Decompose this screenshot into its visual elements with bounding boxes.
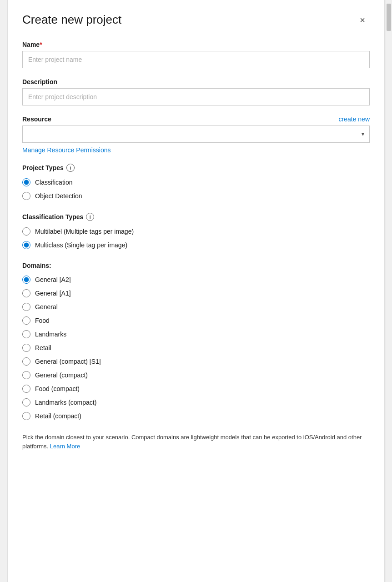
project-types-radio-group: Classification Object Detection — [22, 178, 370, 200]
description-label: Description — [22, 78, 370, 85]
domain-food-compact-label: Food (compact) — [35, 385, 80, 392]
scrollbar[interactable] — [386, 0, 392, 582]
domain-general-compact-radio[interactable] — [22, 371, 30, 379]
dialog-title: Create new project — [22, 13, 121, 27]
create-project-dialog: Create new project × Name* Description R… — [7, 0, 385, 582]
multiclass-label: Multiclass (Single tag per image) — [35, 241, 127, 249]
manage-permissions-link[interactable]: Manage Resource Permissions — [22, 146, 370, 154]
domain-general-a2-radio[interactable] — [22, 276, 30, 284]
domain-general-compact-s1-label: General (compact) [S1] — [35, 358, 101, 365]
scrollbar-thumb[interactable] — [387, 4, 391, 31]
classification-types-title: Classification Types i — [22, 213, 370, 221]
domain-landmarks-compact-label: Landmarks (compact) — [35, 399, 96, 406]
domain-general-a1-label: General [A1] — [35, 290, 71, 297]
domain-general-a1[interactable]: General [A1] — [22, 289, 370, 297]
domain-general-compact-label: General (compact) — [35, 371, 88, 379]
project-types-section: Project Types i Classification Object De… — [22, 164, 370, 200]
name-input[interactable] — [22, 51, 370, 68]
footer-text: Pick the domain closest to your scenario… — [22, 433, 370, 451]
domains-radio-group: General [A2] General [A1] General Food L… — [22, 276, 370, 420]
multiclass-option[interactable]: Multiclass (Single tag per image) — [22, 241, 370, 249]
project-types-info-icon: i — [66, 164, 75, 172]
domain-general-compact[interactable]: General (compact) — [22, 371, 370, 379]
domain-retail-label: Retail — [35, 344, 51, 351]
project-types-title: Project Types i — [22, 164, 370, 172]
domain-retail-compact-label: Retail (compact) — [35, 412, 81, 420]
classification-label: Classification — [35, 179, 72, 186]
name-form-group: Name* — [22, 41, 370, 68]
domain-retail-compact[interactable]: Retail (compact) — [22, 412, 370, 420]
multilabel-label: Multilabel (Multiple tags per image) — [35, 228, 134, 235]
domain-landmarks-radio[interactable] — [22, 330, 30, 338]
domain-food-radio[interactable] — [22, 316, 30, 325]
learn-more-link[interactable]: Learn More — [50, 443, 80, 450]
multilabel-radio[interactable] — [22, 227, 30, 236]
domain-general-a2[interactable]: General [A2] — [22, 276, 370, 284]
domain-food[interactable]: Food — [22, 316, 370, 325]
domain-general-a2-label: General [A2] — [35, 276, 71, 283]
domain-landmarks-compact-radio[interactable] — [22, 398, 30, 406]
resource-header: Resource create new — [22, 115, 370, 123]
domain-general-compact-s1-radio[interactable] — [22, 357, 30, 366]
domain-landmarks-compact[interactable]: Landmarks (compact) — [22, 398, 370, 406]
object-detection-option[interactable]: Object Detection — [22, 192, 370, 200]
domain-retail-radio[interactable] — [22, 344, 30, 352]
description-input[interactable] — [22, 88, 370, 105]
resource-label: Resource — [22, 115, 51, 123]
classification-types-section: Classification Types i Multilabel (Multi… — [22, 213, 370, 249]
domain-food-compact[interactable]: Food (compact) — [22, 385, 370, 393]
domain-general-a1-radio[interactable] — [22, 289, 30, 297]
classification-radio[interactable] — [22, 178, 30, 186]
resource-select[interactable] — [22, 125, 370, 143]
resource-form-group: Resource create new ▾ Manage Resource Pe… — [22, 115, 370, 154]
multiclass-radio[interactable] — [22, 241, 30, 249]
domains-title: Domains: — [22, 262, 370, 269]
domain-general-radio[interactable] — [22, 303, 30, 311]
domain-general[interactable]: General — [22, 303, 370, 311]
dialog-header: Create new project × — [22, 13, 370, 27]
domain-retail-compact-radio[interactable] — [22, 412, 30, 420]
create-new-link[interactable]: create new — [339, 115, 370, 123]
classification-option[interactable]: Classification — [22, 178, 370, 186]
classification-types-info-icon: i — [86, 213, 94, 221]
object-detection-radio[interactable] — [22, 192, 30, 200]
domain-general-compact-s1[interactable]: General (compact) [S1] — [22, 357, 370, 366]
object-detection-label: Object Detection — [35, 192, 82, 200]
description-form-group: Description — [22, 78, 370, 105]
classification-types-radio-group: Multilabel (Multiple tags per image) Mul… — [22, 227, 370, 249]
domain-landmarks-label: Landmarks — [35, 331, 66, 338]
required-indicator: * — [40, 41, 42, 48]
resource-select-wrapper: ▾ — [22, 125, 370, 143]
close-button[interactable]: × — [355, 13, 370, 27]
domains-section: Domains: General [A2] General [A1] Gener… — [22, 262, 370, 420]
domain-retail[interactable]: Retail — [22, 344, 370, 352]
domain-food-compact-radio[interactable] — [22, 385, 30, 393]
domain-landmarks[interactable]: Landmarks — [22, 330, 370, 338]
domain-general-label: General — [35, 303, 58, 311]
name-label: Name* — [22, 41, 370, 48]
multilabel-option[interactable]: Multilabel (Multiple tags per image) — [22, 227, 370, 236]
domain-food-label: Food — [35, 317, 50, 324]
